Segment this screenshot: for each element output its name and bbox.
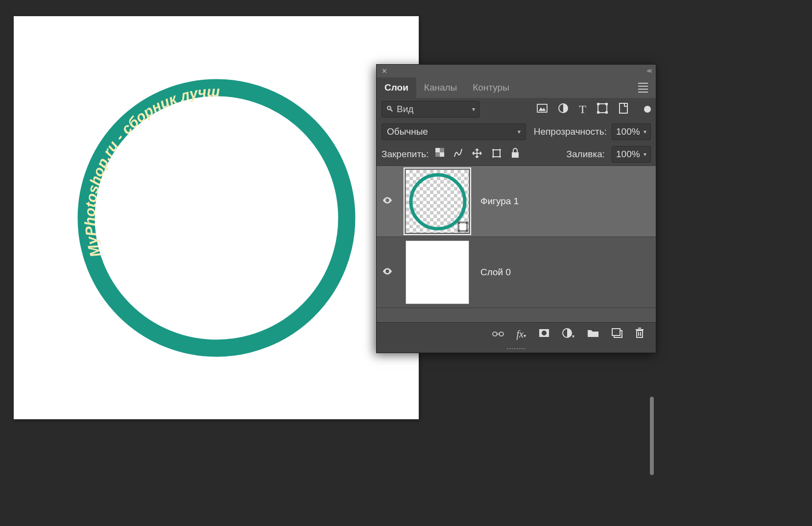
panel-menu-icon[interactable] (638, 83, 650, 93)
filter-adjustment-icon[interactable] (558, 103, 568, 116)
new-adjustment-icon[interactable]: ▾ (562, 328, 574, 340)
chevron-down-icon: ▾ (644, 151, 646, 158)
lock-label: Закрепить: (382, 149, 429, 160)
svg-rect-26 (458, 230, 460, 232)
filter-pixel-icon[interactable] (537, 104, 548, 115)
fx-icon[interactable]: fx▾ (517, 329, 526, 340)
panel-tabs: Слои Каналы Контуры (377, 77, 656, 98)
svg-rect-10 (620, 103, 627, 113)
svg-text:MyPhotoshop.ru - сборник лучши: MyPhotoshop.ru - сборник лучших уроков M… (74, 76, 220, 259)
circle-text: MyPhotoshop.ru - сборник лучших уроков M… (74, 76, 220, 259)
svg-rect-27 (466, 230, 468, 232)
opacity-label: Непрозрачность: (534, 126, 607, 137)
svg-marker-3 (539, 107, 546, 111)
panel-resize-grip[interactable] (377, 346, 656, 352)
svg-rect-9 (605, 111, 608, 114)
layers-bottom-toolbar: fx▾ ▾ (377, 322, 656, 346)
opacity-value: 100% (616, 126, 640, 137)
layer-thumbnail[interactable] (406, 240, 469, 304)
chevron-down-icon: ▾ (644, 128, 646, 135)
tab-layers[interactable]: Слои (377, 77, 416, 98)
filter-smartobject-icon[interactable] (619, 103, 628, 116)
chevron-down-icon: ▾ (472, 106, 475, 113)
blend-mode-dropdown[interactable]: Обычные ▾ (382, 123, 526, 140)
visibility-toggle[interactable] (377, 266, 398, 279)
search-placeholder: Вид (397, 104, 413, 115)
eye-icon (382, 266, 393, 279)
filter-toggle[interactable] (644, 106, 651, 113)
svg-rect-8 (597, 111, 599, 114)
layer-name[interactable]: Слой 0 (480, 267, 511, 278)
filter-shape-icon[interactable] (597, 103, 608, 116)
document-canvas[interactable]: MyPhotoshop.ru - сборник лучших уроков M… (14, 16, 419, 419)
layer-name[interactable]: Фигура 1 (480, 196, 519, 207)
scrollbar-thumb[interactable] (650, 397, 654, 475)
layer-thumbnail[interactable] (406, 169, 469, 233)
svg-rect-20 (512, 152, 519, 158)
fill-value: 100% (616, 149, 640, 160)
layers-list: Фигура 1 Слой 0 (377, 166, 656, 322)
fill-input[interactable]: 100% ▾ (612, 146, 651, 163)
svg-rect-6 (597, 103, 599, 105)
svg-rect-25 (466, 222, 468, 224)
add-mask-icon[interactable] (539, 329, 549, 340)
svg-rect-14 (435, 152, 440, 157)
link-layers-icon[interactable] (492, 329, 504, 340)
svg-rect-11 (435, 148, 440, 152)
eye-icon (382, 195, 393, 208)
tab-channels[interactable]: Каналы (416, 77, 465, 98)
filter-type-icon[interactable]: T (579, 103, 586, 116)
svg-rect-35 (637, 331, 643, 337)
search-icon: 🔍︎ (386, 105, 394, 114)
svg-point-32 (542, 331, 547, 335)
lock-position-icon[interactable] (472, 148, 482, 161)
svg-rect-7 (605, 103, 608, 105)
svg-point-21 (411, 175, 465, 229)
tab-paths[interactable]: Контуры (465, 77, 517, 98)
lock-image-icon[interactable] (453, 148, 463, 161)
svg-rect-34 (612, 329, 620, 335)
close-icon[interactable]: ✕ (382, 67, 387, 75)
new-layer-icon[interactable] (612, 328, 622, 340)
shape-circle-with-text: MyPhotoshop.ru - сборник лучших уроков M… (74, 76, 358, 360)
layer-filter-type-dropdown[interactable]: 🔍︎ Вид ▾ (382, 101, 479, 118)
new-group-icon[interactable] (587, 329, 599, 340)
lock-artboard-icon[interactable] (491, 148, 502, 161)
panel-titlebar: ✕ << (377, 65, 656, 77)
svg-rect-15 (493, 150, 500, 157)
visibility-toggle[interactable] (377, 195, 398, 208)
svg-rect-13 (440, 148, 444, 152)
delete-layer-icon[interactable] (635, 328, 644, 341)
collapse-icon[interactable]: << (647, 68, 651, 74)
svg-rect-12 (440, 152, 444, 157)
svg-rect-24 (458, 222, 460, 224)
blend-mode-value: Обычные (387, 126, 428, 137)
lock-all-icon[interactable] (511, 148, 520, 161)
layers-panel: ✕ << Слои Каналы Контуры 🔍︎ Вид ▾ (376, 64, 656, 353)
layer-row[interactable]: Фигура 1 (377, 166, 656, 237)
chevron-down-icon: ▾ (518, 128, 521, 135)
fill-label: Заливка: (567, 149, 605, 160)
opacity-input[interactable]: 100% ▾ (612, 123, 651, 140)
layer-row[interactable]: Слой 0 (377, 237, 656, 308)
lock-transparency-icon[interactable] (435, 148, 444, 161)
svg-rect-2 (537, 104, 547, 112)
